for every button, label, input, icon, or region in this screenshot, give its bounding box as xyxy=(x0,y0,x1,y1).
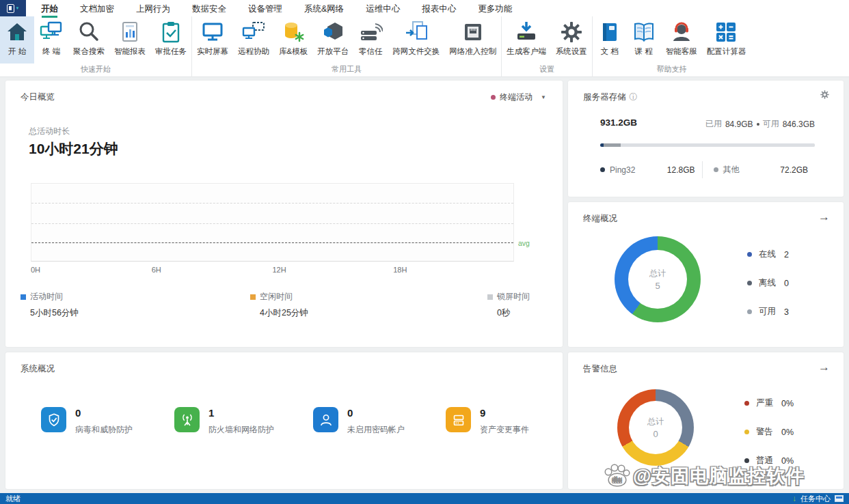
menu-tab-doc-encrypt[interactable]: 文档加密 xyxy=(79,1,116,16)
legend-label: 警告 xyxy=(756,426,773,438)
legend-idle-time: 空闲时间 4小时25分钟 xyxy=(250,291,308,319)
separator-dot xyxy=(757,123,759,126)
app-header: ▼ 开始 文档加密 上网行为 数据安全 设备管理 系统&网络 运维中心 报表中心… xyxy=(0,0,849,77)
calculator-icon xyxy=(714,20,738,44)
activity-type-dropdown[interactable]: 终端活动 ▼ xyxy=(491,92,546,103)
headset-agent-icon xyxy=(669,20,694,44)
status-bar: 就绪 ↓ 任务中心 xyxy=(0,493,849,504)
menu-tab-report-center[interactable]: 报表中心 xyxy=(420,1,457,16)
legend-active-time: 活动时间 5小时56分钟 xyxy=(21,291,79,319)
menu-tab-device-mgmt[interactable]: 设备管理 xyxy=(247,1,284,16)
remote-assist-icon xyxy=(241,20,266,44)
menu-tab-web-behavior[interactable]: 上网行为 xyxy=(135,1,172,16)
open-book-icon xyxy=(632,20,656,44)
arrow-right-icon[interactable]: → xyxy=(818,210,830,224)
legend-label: 严重 xyxy=(756,397,773,409)
legend-value: 72.2GB xyxy=(780,165,808,175)
selector-label: 终端活动 xyxy=(500,92,533,103)
legend-label: 可用 xyxy=(759,306,776,318)
search-icon xyxy=(77,20,101,44)
ribbon-label: 跨网文件交换 xyxy=(392,46,440,57)
ribbon-net-access-button[interactable]: 网络准入控制 xyxy=(444,16,501,64)
ribbon-label: 开 始 xyxy=(8,46,26,57)
menu-tab-system-network[interactable]: 系统&网络 xyxy=(303,1,345,16)
legend-value: 4小时25分钟 xyxy=(260,307,308,319)
used-value: 84.9GB xyxy=(725,120,753,129)
ribbon-aggregate-search-button[interactable]: 聚合搜索 xyxy=(68,16,109,64)
ribbon-label: 智能客服 xyxy=(666,46,697,57)
alert-legend-critical: 严重 0% xyxy=(744,397,794,409)
menu-tab-start[interactable]: 开始 xyxy=(40,1,59,16)
donut-center-value: 0 xyxy=(653,429,658,439)
ribbon-toolbar: 开 始 终 端 聚合搜索 智能报表 审批任务 xyxy=(0,16,849,77)
app-logo[interactable]: ▼ xyxy=(0,0,26,16)
file-exchange-icon xyxy=(404,20,429,44)
legend-lock-time: 锁屏时间 0秒 xyxy=(487,291,530,319)
system-item-assets[interactable]: 9 资产变更事件 xyxy=(446,407,529,436)
panel-title: 终端概况 xyxy=(583,213,617,225)
library-icon xyxy=(281,20,306,44)
total-activity-value: 10小时21分钟 xyxy=(29,139,118,158)
legend-value: 3 xyxy=(784,307,789,317)
info-icon[interactable]: ⓘ xyxy=(630,92,638,103)
ribbon-approval-task-button[interactable]: 审批任务 xyxy=(150,16,191,64)
zero-trust-icon xyxy=(358,20,383,44)
clipboard-check-icon xyxy=(159,20,183,44)
ribbon-live-screen-button[interactable]: 实时屏幕 xyxy=(192,16,233,64)
ribbon-group-help: 文 档 课 程 智能客服 配置计算器 帮助支持 xyxy=(593,16,751,77)
ribbon-course-button[interactable]: 课 程 xyxy=(627,16,661,64)
chevron-down-icon: ▼ xyxy=(541,94,546,100)
ribbon-ai-service-button[interactable]: 智能客服 xyxy=(661,16,702,64)
free-label: 可用 xyxy=(763,118,779,130)
monitor-icon xyxy=(200,20,225,44)
x-axis: 0H6H12H18H xyxy=(31,264,514,275)
user-icon xyxy=(313,407,338,432)
ribbon-start-button[interactable]: 开 始 xyxy=(0,16,34,64)
activity-chart-bars xyxy=(31,184,513,261)
ribbon-remote-assist-button[interactable]: 远程协助 xyxy=(233,16,274,64)
task-center-button[interactable]: ↓ 任务中心 xyxy=(792,494,844,504)
activity-chart xyxy=(31,183,514,262)
ribbon-library-template-button[interactable]: 库&模板 xyxy=(274,16,312,64)
legend-value: 0% xyxy=(781,428,794,437)
storage-legend: Ping32 12.8GB 其他 72.2GB xyxy=(600,161,815,178)
arrow-right-icon[interactable]: → xyxy=(818,361,830,374)
chevron-down-icon: ▼ xyxy=(16,6,20,10)
legend-value: 2 xyxy=(784,250,789,260)
ribbon-system-settings-button[interactable]: 系统设置 xyxy=(551,16,592,64)
ribbon-group-label: 常用工具 xyxy=(192,64,501,77)
legend-label: Ping32 xyxy=(610,165,635,175)
system-item-password[interactable]: 0 未启用密码帐户 xyxy=(313,407,405,436)
assets-icon xyxy=(446,407,471,432)
ribbon-zero-trust-button[interactable]: 零信任 xyxy=(353,16,388,64)
alert-legend-warning: 警告 0% xyxy=(744,426,794,438)
window-icon[interactable] xyxy=(835,495,844,502)
ribbon-label: 库&模板 xyxy=(279,46,308,57)
ribbon-label: 系统设置 xyxy=(556,46,587,57)
system-item-value: 0 xyxy=(75,407,133,419)
legend-dot xyxy=(744,401,749,406)
ribbon-terminal-button[interactable]: 终 端 xyxy=(34,16,68,64)
system-item-virus[interactable]: 0 病毒和威胁防护 xyxy=(41,407,133,436)
menu-tab-ops-center[interactable]: 运维中心 xyxy=(364,1,401,16)
terminal-legend-online: 在线 2 xyxy=(747,249,789,260)
ribbon-open-platform-button[interactable]: 开放平台 xyxy=(312,16,353,64)
ribbon-cross-net-file-button[interactable]: 跨网文件交换 xyxy=(388,16,444,64)
storage-legend-other: 其他 72.2GB xyxy=(702,161,816,178)
ribbon-generate-client-button[interactable]: 生成客户端 xyxy=(502,16,551,64)
ribbon-smart-report-button[interactable]: 智能报表 xyxy=(109,16,150,64)
gear-icon[interactable] xyxy=(820,89,830,100)
menu-tab-more[interactable]: 更多功能 xyxy=(476,1,513,16)
legend-label: 锁屏时间 xyxy=(497,291,530,303)
system-item-label: 防火墙和网络防护 xyxy=(208,424,274,436)
home-icon xyxy=(5,20,29,44)
ribbon-label: 配置计算器 xyxy=(707,46,746,57)
main-menu: 开始 文档加密 上网行为 数据安全 设备管理 系统&网络 运维中心 报表中心 更… xyxy=(26,0,513,16)
legend-value: 0秒 xyxy=(497,307,530,319)
ribbon-config-calculator-button[interactable]: 配置计算器 xyxy=(702,16,751,64)
menu-tab-data-security[interactable]: 数据安全 xyxy=(191,1,228,16)
system-item-firewall[interactable]: 1 防火墙和网络防护 xyxy=(174,407,274,436)
ribbon-docs-button[interactable]: 文 档 xyxy=(593,16,627,64)
server-storage-panel: 服务器存储ⓘ 931.2GB 已用84.9GB 可用846.3GB Ping32… xyxy=(568,81,844,197)
ribbon-group-common-tools: 实时屏幕 远程协助 库&模板 开放平台 零信任 xyxy=(192,16,502,77)
